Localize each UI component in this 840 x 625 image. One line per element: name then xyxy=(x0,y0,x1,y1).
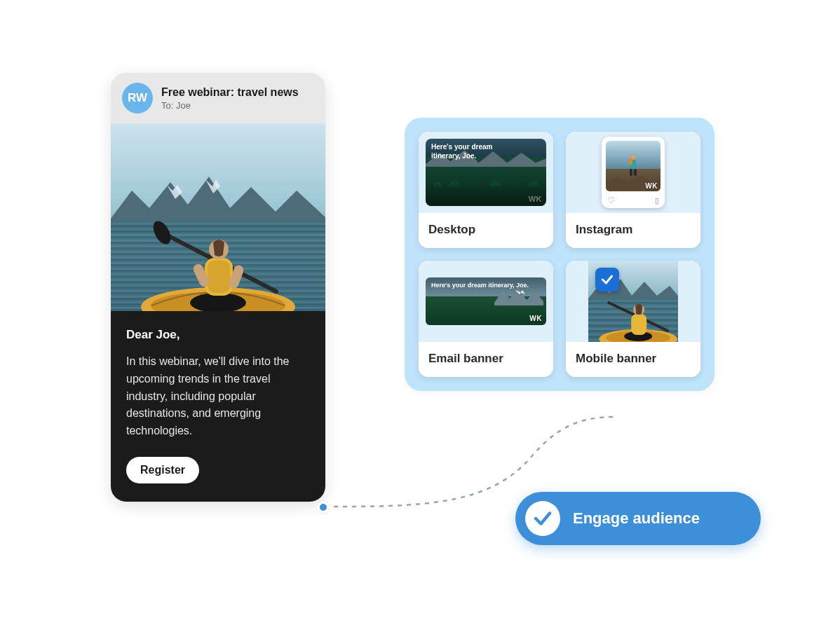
svg-rect-13 xyxy=(629,158,632,165)
desktop-overlay-text: Here's your dream itinerary, Joe. xyxy=(431,143,508,160)
engage-audience-button[interactable]: Engage audience xyxy=(515,492,761,545)
instagram-frame-graphic: ••• xyxy=(602,137,665,208)
avatar-initials: RW xyxy=(128,91,147,105)
asset-instagram-label: Instagram xyxy=(566,213,700,248)
asset-instagram[interactable]: ••• xyxy=(566,132,700,248)
kayak-graphic xyxy=(137,209,299,311)
mobile-banner-graphic xyxy=(588,261,678,342)
asset-email-banner-thumb: Here's your dream itinerary, Joe. WK xyxy=(419,261,553,342)
instagram-image-graphic: WK xyxy=(606,141,661,191)
forest-scene-graphic: Here's your dream itinerary, Joe. WK xyxy=(426,139,546,206)
email-banner-overlay-text: Here's your dream itinerary, Joe. xyxy=(431,282,529,289)
instagram-watermark: WK xyxy=(645,182,658,190)
asset-email-banner-label: Email banner xyxy=(419,342,553,377)
asset-desktop-label: Desktop xyxy=(419,213,553,248)
email-greeting: Dear Joe, xyxy=(126,328,310,342)
email-to-line: To: Joe xyxy=(161,100,299,111)
thumb-kayak-graphic xyxy=(596,289,678,342)
hiker-graphic xyxy=(625,153,641,177)
svg-rect-12 xyxy=(634,169,637,176)
email-titles: Free webinar: travel news To: Joe xyxy=(161,86,299,111)
email-header: RW Free webinar: travel news To: Joe xyxy=(111,73,325,123)
asset-mobile-banner[interactable]: Mobile banner xyxy=(566,261,700,377)
heart-icon: ♡ xyxy=(607,195,615,205)
email-subject: Free webinar: travel news xyxy=(161,86,299,99)
asset-desktop-thumb: Here's your dream itinerary, Joe. WK xyxy=(419,132,553,213)
email-body: Dear Joe, In this webinar, we'll dive in… xyxy=(111,311,325,502)
asset-email-banner[interactable]: Here's your dream itinerary, Joe. WK Ema… xyxy=(419,261,553,377)
svg-rect-17 xyxy=(631,314,646,335)
asset-desktop[interactable]: Here's your dream itinerary, Joe. WK Des… xyxy=(419,132,553,248)
svg-rect-11 xyxy=(630,169,632,176)
svg-point-3 xyxy=(150,218,175,247)
email-banner-watermark: WK xyxy=(529,315,542,322)
desktop-watermark: WK xyxy=(529,195,542,203)
bookmark-icon: ▯ xyxy=(655,196,659,205)
asset-grid: Here's your dream itinerary, Joe. WK Des… xyxy=(419,132,700,377)
asset-mobile-banner-thumb xyxy=(566,261,700,342)
svg-rect-5 xyxy=(208,261,230,293)
register-button-label: Register xyxy=(140,464,185,476)
register-button[interactable]: Register xyxy=(126,457,199,483)
sender-avatar: RW xyxy=(122,83,153,114)
selected-check-icon xyxy=(595,268,619,291)
asset-instagram-thumb: ••• xyxy=(566,132,700,213)
engage-audience-label: Engage audience xyxy=(573,509,700,528)
asset-mobile-banner-label: Mobile banner xyxy=(566,342,700,377)
thumb-trees-graphic xyxy=(426,163,546,186)
email-paragraph: In this webinar, we'll dive into the upc… xyxy=(126,353,310,440)
check-circle-icon xyxy=(525,501,560,536)
email-preview-card: RW Free webinar: travel news To: Joe xyxy=(111,73,325,502)
connector-origin-dot xyxy=(317,501,330,514)
banner-graphic: Here's your dream itinerary, Joe. WK xyxy=(426,277,546,325)
email-hero-image xyxy=(111,123,325,311)
asset-variant-panel: Here's your dream itinerary, Joe. WK Des… xyxy=(405,118,714,391)
